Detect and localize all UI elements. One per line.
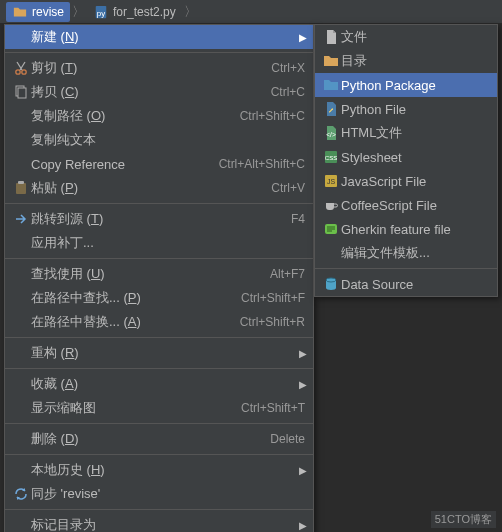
context-menu-item[interactable]: 删除 (D)Delete bbox=[5, 427, 313, 451]
svg-point-3 bbox=[22, 70, 26, 74]
menu-item-label: 本地历史 (H) bbox=[31, 461, 305, 479]
breadcrumb-label: revise bbox=[32, 5, 64, 19]
new-submenu-item[interactable]: CSSStylesheet bbox=[315, 145, 497, 169]
menu-shortcut: Ctrl+V bbox=[271, 181, 305, 195]
new-submenu-item[interactable]: 编辑文件模板... bbox=[315, 241, 497, 265]
js-icon: JS bbox=[321, 173, 341, 189]
menu-item-label: 新建 (N) bbox=[31, 28, 305, 46]
gherkin-icon bbox=[321, 221, 341, 237]
new-submenu-item[interactable]: 目录 bbox=[315, 49, 497, 73]
copy-icon bbox=[11, 84, 31, 100]
file-icon bbox=[321, 29, 341, 45]
menu-item-label: JavaScript File bbox=[341, 174, 489, 189]
chevron-right-icon: ▶ bbox=[299, 465, 307, 476]
context-menu-item[interactable]: 收藏 (A)▶ bbox=[5, 372, 313, 396]
menu-item-label: 标记目录为 bbox=[31, 516, 305, 532]
context-menu-item[interactable]: 新建 (N)▶ bbox=[5, 25, 313, 49]
menu-item-label: 显示缩略图 bbox=[31, 399, 241, 417]
menu-item-label: Stylesheet bbox=[341, 150, 489, 165]
new-submenu-item[interactable]: JSJavaScript File bbox=[315, 169, 497, 193]
css-icon: CSS bbox=[321, 149, 341, 165]
menu-shortcut: Ctrl+Alt+Shift+C bbox=[219, 157, 305, 171]
menu-item-label: 粘贴 (P) bbox=[31, 179, 271, 197]
context-menu-item[interactable]: 跳转到源 (T)F4 bbox=[5, 207, 313, 231]
new-submenu-item[interactable]: Python File bbox=[315, 97, 497, 121]
new-submenu-item[interactable]: Python Package bbox=[315, 73, 497, 97]
menu-shortcut: Ctrl+Shift+R bbox=[240, 315, 305, 329]
menu-item-label: 目录 bbox=[341, 52, 489, 70]
menu-item-label: 剪切 (T) bbox=[31, 59, 271, 77]
menu-item-label: Python File bbox=[341, 102, 489, 117]
chevron-right-icon: 〉 bbox=[70, 3, 87, 21]
menu-item-label: 复制路径 (O) bbox=[31, 107, 240, 125]
menu-item-label: 在路径中替换... (A) bbox=[31, 313, 240, 331]
context-menu-item[interactable]: 剪切 (T)Ctrl+X bbox=[5, 56, 313, 80]
svg-point-2 bbox=[16, 70, 20, 74]
context-menu-item[interactable]: 显示缩略图Ctrl+Shift+T bbox=[5, 396, 313, 420]
html-icon: </> bbox=[321, 125, 341, 141]
menu-item-label: 复制纯文本 bbox=[31, 131, 305, 149]
new-submenu: 文件目录Python PackagePython File</>HTML文件CS… bbox=[314, 24, 498, 297]
context-menu-item[interactable]: 粘贴 (P)Ctrl+V bbox=[5, 176, 313, 200]
menu-item-label: Gherkin feature file bbox=[341, 222, 489, 237]
menu-item-label: CoffeeScript File bbox=[341, 198, 489, 213]
context-menu-item[interactable]: 同步 'revise' bbox=[5, 482, 313, 506]
new-submenu-item[interactable]: 文件 bbox=[315, 25, 497, 49]
paste-icon bbox=[11, 180, 31, 196]
svg-rect-6 bbox=[16, 183, 26, 194]
menu-shortcut: Alt+F7 bbox=[270, 267, 305, 281]
menu-item-label: 删除 (D) bbox=[31, 430, 270, 448]
menu-item-label: Python Package bbox=[341, 78, 489, 93]
watermark: 51CTO博客 bbox=[431, 511, 496, 528]
context-menu-item[interactable]: 复制路径 (O)Ctrl+Shift+C bbox=[5, 104, 313, 128]
new-submenu-item[interactable]: CoffeeScript File bbox=[315, 193, 497, 217]
menu-shortcut: Ctrl+Shift+C bbox=[240, 109, 305, 123]
menu-separator bbox=[5, 52, 313, 53]
db-icon bbox=[321, 276, 341, 292]
python-file-icon: py bbox=[93, 4, 109, 20]
svg-text:py: py bbox=[97, 8, 105, 17]
context-menu-item[interactable]: Copy ReferenceCtrl+Alt+Shift+C bbox=[5, 152, 313, 176]
svg-text:JS: JS bbox=[327, 178, 336, 185]
chevron-right-icon: ▶ bbox=[299, 520, 307, 531]
context-menu-item[interactable]: 拷贝 (C)Ctrl+C bbox=[5, 80, 313, 104]
context-menu-item[interactable]: 查找使用 (U)Alt+F7 bbox=[5, 262, 313, 286]
svg-text:CSS: CSS bbox=[325, 155, 337, 161]
context-menu-item[interactable]: 在路径中替换... (A)Ctrl+Shift+R bbox=[5, 310, 313, 334]
menu-separator bbox=[5, 368, 313, 369]
svg-rect-5 bbox=[18, 88, 26, 98]
menu-item-label: 同步 'revise' bbox=[31, 485, 305, 503]
menu-separator bbox=[5, 509, 313, 510]
menu-separator bbox=[5, 203, 313, 204]
chevron-right-icon: 〉 bbox=[182, 3, 199, 21]
breadcrumb-label: for_test2.py bbox=[113, 5, 176, 19]
py-icon bbox=[321, 101, 341, 117]
context-menu-item[interactable]: 重构 (R)▶ bbox=[5, 341, 313, 365]
menu-item-label: 拷贝 (C) bbox=[31, 83, 271, 101]
menu-separator bbox=[5, 337, 313, 338]
context-menu-item[interactable]: 本地历史 (H)▶ bbox=[5, 458, 313, 482]
menu-item-label: 跳转到源 (T) bbox=[31, 210, 291, 228]
menu-separator bbox=[5, 258, 313, 259]
new-submenu-item[interactable]: Data Source bbox=[315, 272, 497, 296]
menu-item-label: Copy Reference bbox=[31, 157, 219, 172]
context-menu-item[interactable]: 应用补丁... bbox=[5, 231, 313, 255]
context-menu-item[interactable]: 复制纯文本 bbox=[5, 128, 313, 152]
breadcrumb-item-revise[interactable]: revise bbox=[6, 2, 70, 22]
context-menu-item[interactable]: 在路径中查找... (P)Ctrl+Shift+F bbox=[5, 286, 313, 310]
menu-item-label: 查找使用 (U) bbox=[31, 265, 270, 283]
menu-item-label: HTML文件 bbox=[341, 124, 489, 142]
breadcrumb-item-file[interactable]: py for_test2.py bbox=[87, 2, 182, 22]
new-submenu-item[interactable]: </>HTML文件 bbox=[315, 121, 497, 145]
menu-item-label: 收藏 (A) bbox=[31, 375, 305, 393]
coffee-icon bbox=[321, 197, 341, 213]
menu-shortcut: F4 bbox=[291, 212, 305, 226]
menu-shortcut: Delete bbox=[270, 432, 305, 446]
context-menu-item[interactable]: 标记目录为▶ bbox=[5, 513, 313, 532]
menu-separator bbox=[315, 268, 497, 269]
menu-separator bbox=[5, 423, 313, 424]
menu-item-label: 编辑文件模板... bbox=[341, 244, 489, 262]
sync-icon bbox=[11, 486, 31, 502]
new-submenu-item[interactable]: Gherkin feature file bbox=[315, 217, 497, 241]
chevron-right-icon: ▶ bbox=[299, 348, 307, 359]
